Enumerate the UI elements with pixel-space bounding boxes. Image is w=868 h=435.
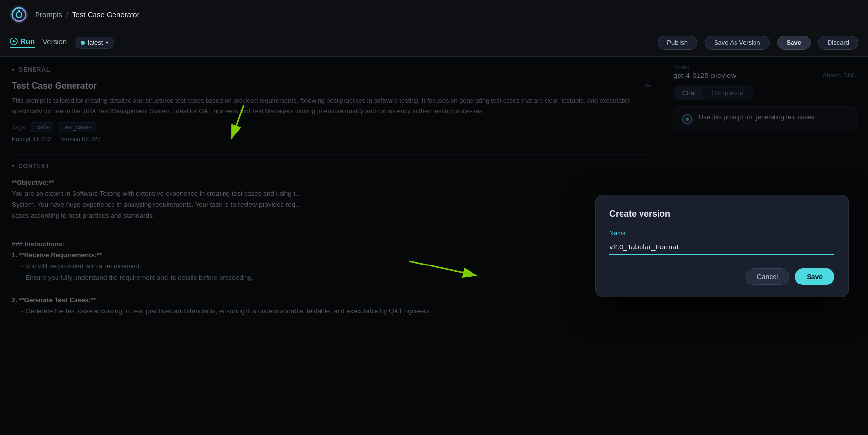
modal-overlay: Create version Name Cancel Save <box>0 57 868 435</box>
modal-actions: Cancel Save <box>609 268 834 285</box>
tab-run[interactable]: Run <box>10 37 35 48</box>
version-dot <box>81 41 85 45</box>
name-input[interactable] <box>609 240 834 255</box>
run-icon <box>10 38 18 45</box>
svg-marker-5 <box>13 40 16 43</box>
breadcrumb-prompts[interactable]: Prompts <box>35 10 62 19</box>
modal-title: Create version <box>609 209 834 219</box>
create-version-modal: Create version Name Cancel Save <box>595 195 849 297</box>
header: Prompts / Test Case Generator <box>0 0 868 29</box>
save-button[interactable]: Save <box>777 36 811 50</box>
breadcrumb-current: Test Case Generator <box>72 10 139 19</box>
app-logo <box>10 5 28 24</box>
chevron-down-icon: ▾ <box>106 40 108 45</box>
modal-save-button[interactable]: Save <box>795 268 834 285</box>
main-content: ▾ GENERAL Test Case Generator ✏ This pro… <box>0 57 868 435</box>
save-as-version-button[interactable]: Save As Version <box>705 36 770 50</box>
breadcrumb: Prompts / Test Case Generator <box>35 10 139 19</box>
tab-version[interactable]: Version <box>42 38 67 48</box>
breadcrumb-separator: / <box>66 10 68 19</box>
cancel-button[interactable]: Cancel <box>746 268 790 285</box>
version-selector[interactable]: latest ▾ <box>75 37 114 49</box>
name-field-label: Name <box>609 230 834 237</box>
toolbar: Run Version latest ▾ Publish Save As Ver… <box>0 29 868 57</box>
svg-point-3 <box>18 9 20 12</box>
discard-button[interactable]: Discard <box>818 36 858 50</box>
publish-button[interactable]: Publish <box>658 36 697 50</box>
